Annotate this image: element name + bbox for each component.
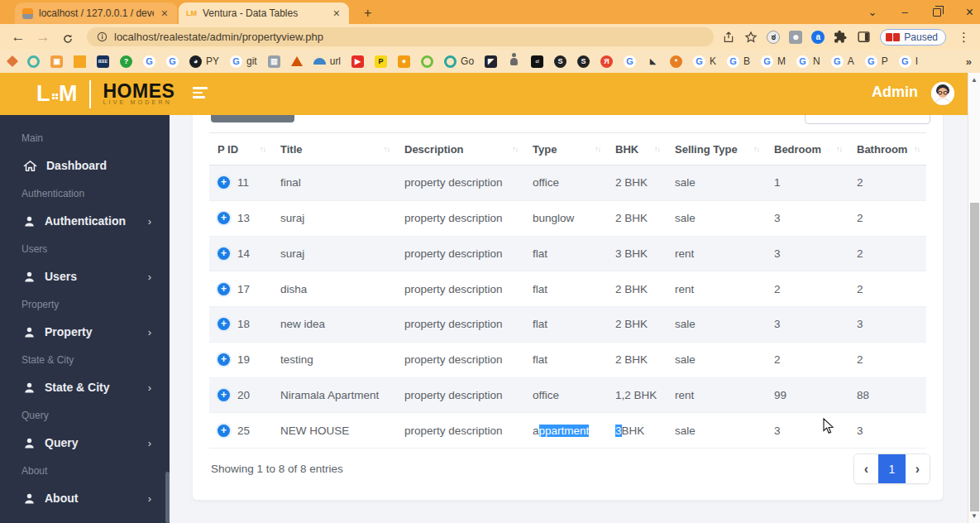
bookmark-item[interactable]: GA	[831, 55, 854, 68]
bookmark-item[interactable]: ▶	[351, 55, 364, 68]
sidebar-item-about[interactable]: About›	[0, 485, 170, 513]
table-row[interactable]: +25NEW HOUSEproperty descriptionappartme…	[209, 413, 926, 449]
bookmark-item[interactable]: ●	[398, 55, 410, 68]
sidebar-item-query[interactable]: Query›	[0, 429, 170, 458]
url-text[interactable]: localhost/realestate/admin/propertyview.…	[114, 31, 323, 43]
lm-homes-logo[interactable]: L M HOMES LIVE MODERN	[36, 80, 174, 108]
reload-button[interactable]	[57, 30, 79, 45]
bookmark-item[interactable]: cl	[531, 55, 543, 68]
new-tab-button[interactable]: +	[359, 6, 376, 24]
browser-tab-ventura[interactable]: LM Ventura - Data Tables ×	[179, 2, 349, 24]
expand-row-icon[interactable]: +	[218, 176, 230, 189]
table-row[interactable]: +19testingproperty descriptionflat2 BHKs…	[209, 343, 926, 378]
expand-row-icon[interactable]: +	[218, 353, 230, 366]
column-header-type[interactable]: Type↑↓	[524, 133, 607, 165]
extension-panda-icon[interactable]: ಠ	[767, 31, 780, 44]
table-search-input[interactable]	[805, 115, 930, 124]
extensions-puzzle-icon[interactable]	[834, 30, 848, 44]
bookmark-item[interactable]: S	[554, 55, 566, 68]
sort-arrows-icon[interactable]: ↑↓	[260, 145, 265, 153]
column-header-p-id[interactable]: P ID↑↓	[209, 133, 272, 165]
extension-profile-icon[interactable]: ☻	[789, 31, 802, 44]
table-row[interactable]: +14surajproperty descriptionflat3 BHKren…	[209, 237, 926, 272]
side-panel-icon[interactable]	[857, 30, 871, 44]
column-header-title[interactable]: Title↑↓	[272, 133, 396, 165]
column-header-bhk[interactable]: BHK↑↓	[607, 133, 667, 165]
site-info-icon[interactable]	[97, 31, 108, 42]
bookmark-item[interactable]	[27, 55, 40, 68]
scrollbar-thumb[interactable]	[970, 203, 979, 511]
table-row[interactable]: +11finalproperty descriptionoffice2 BHKs…	[209, 166, 926, 201]
scroll-up-icon[interactable]: ▲	[968, 76, 980, 84]
bookmark-item[interactable]: S	[577, 55, 590, 68]
expand-row-icon[interactable]: +	[218, 212, 230, 224]
column-header-description[interactable]: Description↑↓	[396, 133, 524, 165]
bookmark-item[interactable]	[421, 55, 433, 68]
bookmark-item[interactable]: Ggit	[230, 55, 257, 68]
expand-row-icon[interactable]: +	[218, 425, 230, 437]
table-row[interactable]: +13surajproperty descriptionbunglow2 BHK…	[209, 201, 926, 237]
avatar[interactable]	[931, 82, 954, 105]
window-minimize-button[interactable]: –	[901, 7, 907, 17]
sidebar-item-state-city[interactable]: State & City›	[0, 374, 170, 402]
tab-search-icon[interactable]: ⌄	[868, 7, 877, 17]
address-bar[interactable]: localhost/realestate/admin/propertyview.…	[87, 27, 714, 46]
sidebar-item-property[interactable]: Property›	[0, 319, 170, 347]
sidebar-item-dashboard[interactable]: Dashboard	[0, 152, 170, 180]
bookmark-item[interactable]: IEEE	[97, 55, 109, 68]
table-row[interactable]: +18new ideaproperty descriptionflat2 BHK…	[209, 307, 926, 343]
pagination-prev-button[interactable]: ‹	[854, 454, 878, 483]
bookmark-item[interactable]: Go	[444, 55, 474, 68]
bookmark-item[interactable]: ?	[120, 55, 132, 68]
window-close-button[interactable]: ×	[966, 6, 973, 19]
sidebar-item-authentication[interactable]: Authentication›	[0, 208, 170, 236]
table-row[interactable]: +17dishaproperty descriptionflat2 BHKren…	[209, 271, 926, 307]
bookmark-star-icon[interactable]	[744, 31, 758, 44]
share-icon[interactable]	[722, 31, 735, 44]
bookmark-item[interactable]	[508, 55, 520, 68]
column-header-bathroom[interactable]: Bathroom↑↓	[849, 133, 926, 165]
bookmark-item[interactable]	[291, 56, 303, 66]
bookmark-item[interactable]: P	[375, 55, 387, 68]
scroll-down-icon[interactable]: ▼	[968, 512, 980, 520]
expand-row-icon[interactable]: +	[218, 283, 230, 295]
bookmark-item[interactable]: Я	[600, 55, 613, 68]
bookmark-item[interactable]	[8, 57, 17, 65]
browser-menu-icon[interactable]: ⋮	[955, 30, 973, 45]
bookmark-item[interactable]: ◕PY	[189, 55, 219, 68]
admin-user-label[interactable]: Admin	[872, 84, 918, 101]
bookmark-item[interactable]: G	[624, 55, 636, 68]
bookmark-item[interactable]: ▥	[268, 55, 280, 68]
sort-arrows-icon[interactable]: ↑↓	[512, 145, 518, 153]
browser-tab-phpmyadmin[interactable]: localhost / 127.0.0.1 / developers ×	[15, 2, 177, 24]
bookmark-item[interactable]: *	[670, 55, 682, 68]
window-restore-button[interactable]	[933, 8, 941, 17]
table-row[interactable]: +20Niramala Apartmentproperty descriptio…	[209, 378, 926, 414]
expand-row-icon[interactable]: +	[218, 389, 230, 401]
pagination-page-1-button[interactable]: 1	[878, 454, 906, 483]
pagination-next-button[interactable]: ›	[906, 454, 930, 483]
back-button[interactable]: ←	[7, 29, 29, 46]
bookmark-item[interactable]: ▣	[50, 55, 63, 68]
expand-row-icon[interactable]: +	[218, 247, 230, 260]
bookmark-item[interactable]: GB	[727, 55, 750, 68]
column-header-selling-type[interactable]: Selling Type↑↓	[667, 133, 766, 165]
sidebar-item-users[interactable]: Users›	[0, 263, 170, 291]
bookmark-item[interactable]: G	[166, 55, 179, 68]
sort-arrows-icon[interactable]: ↑↓	[753, 145, 759, 153]
bookmark-item[interactable]: ◣	[647, 55, 659, 68]
sort-arrows-icon[interactable]: ↑↓	[836, 145, 842, 153]
bookmark-item[interactable]: GK	[693, 55, 716, 68]
bookmark-item[interactable]: url	[313, 55, 341, 67]
sort-arrows-icon[interactable]: ↑↓	[654, 145, 660, 153]
tab-close-icon[interactable]: ×	[332, 7, 342, 20]
sort-arrows-icon[interactable]: ↑↓	[384, 145, 390, 153]
bookmark-item[interactable]	[74, 55, 86, 68]
bookmarks-overflow-icon[interactable]: »	[966, 55, 972, 68]
bookmark-item[interactable]: GM	[761, 55, 786, 68]
sort-arrows-icon[interactable]: ↑↓	[595, 145, 600, 153]
tab-close-icon[interactable]: ×	[160, 7, 170, 20]
bookmark-item[interactable]: ◤	[485, 55, 497, 68]
bookmark-item[interactable]: GN	[796, 55, 820, 68]
page-scrollbar[interactable]: ▲ ▼	[968, 73, 980, 523]
